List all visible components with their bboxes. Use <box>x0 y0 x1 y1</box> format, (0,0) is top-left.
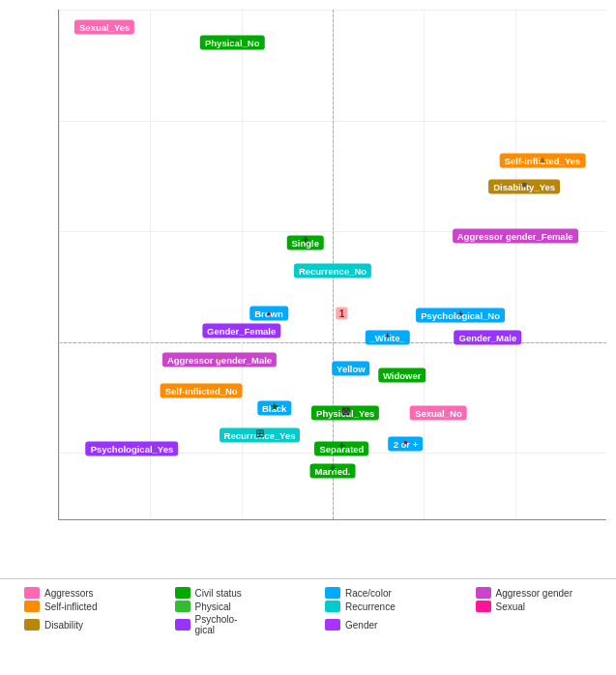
data-label-14: Widower <box>378 368 426 383</box>
marker-3: + <box>302 233 308 247</box>
legend-color-box-10 <box>325 619 340 631</box>
marker-0: □ <box>229 36 235 46</box>
marker-12: ● <box>403 437 408 446</box>
legend-label-4: Self-inflicted <box>44 602 97 612</box>
legend-label-7: Sexual <box>496 602 526 612</box>
marker-9: ⊞ <box>255 426 264 439</box>
marker-6: ● <box>218 353 222 362</box>
chart-area: -0.50.00.51.01.5-1.5-1.0-0.50.00.51.0Sex… <box>0 0 616 578</box>
legend-item-6: Recurrence <box>325 601 456 612</box>
legend-color-box-9 <box>175 619 191 631</box>
gridline-v <box>242 10 243 519</box>
legend-item-1: Civil status <box>175 587 307 599</box>
legend-item-7: Sexual <box>476 601 607 612</box>
data-label-9: Gender_Female <box>202 324 280 338</box>
data-label-0: Sexual_Yes <box>74 20 134 35</box>
marker-2: ■ <box>521 180 526 190</box>
legend-color-box-6 <box>325 601 340 612</box>
marker-5: 1 <box>337 307 348 319</box>
legend-item-4: Self-inflicted <box>24 601 156 612</box>
gridline-v <box>424 10 425 519</box>
legend-color-box-2 <box>325 587 340 599</box>
data-label-18: Sexual_No <box>410 406 467 421</box>
data-label-15: Self-inflicted_No <box>161 384 243 398</box>
data-label-6: Recurrence_No <box>294 264 371 279</box>
legend-label-8: Disability <box>44 620 83 631</box>
legend-color-box-5 <box>175 601 191 612</box>
legend-label-5: Physical <box>195 602 231 612</box>
legend-item-2: Race/color <box>325 587 456 599</box>
legend-label-1: Civil status <box>195 588 242 599</box>
marker-4: ● <box>267 308 272 317</box>
gridline-v <box>515 10 516 519</box>
legend-area: AggressorsCivil statusRace/colorAggresso… <box>0 578 616 675</box>
plot-area: -0.50.00.51.01.5-1.5-1.0-0.50.00.51.0Sex… <box>58 10 606 520</box>
legend-item-5: Physical <box>175 601 307 612</box>
legend-label-2: Race/color <box>345 588 392 599</box>
legend-label-3: Aggressor gender <box>496 588 573 599</box>
legend-color-box-0 <box>24 587 40 599</box>
data-label-11: Gender_Male <box>455 331 522 345</box>
legend-color-box-7 <box>476 601 491 612</box>
data-label-20: Psychological_Yes <box>86 441 179 455</box>
marker-8: ⊠ <box>341 404 350 417</box>
legend-label-6: Recurrence <box>345 602 396 612</box>
marker-10: + <box>338 439 345 453</box>
marker-1: ▲ <box>538 153 547 163</box>
legend-label-0: Aggressors <box>44 588 94 599</box>
main-container: -0.50.00.51.01.5-1.5-1.0-0.50.00.51.0Sex… <box>0 0 616 675</box>
legend-color-box-3 <box>476 587 491 599</box>
legend-color-box-8 <box>24 619 40 631</box>
legend-label-10: Gender <box>345 620 377 631</box>
data-label-13: Yellow <box>332 362 370 376</box>
marker-13: + <box>385 330 391 340</box>
legend-grid: AggressorsCivil statusRace/colorAggresso… <box>24 587 606 635</box>
marker-11: + <box>329 461 336 475</box>
legend-item-0: Aggressors <box>24 587 156 599</box>
legend-item-10: Gender <box>325 614 456 635</box>
legend-color-box-4 <box>24 601 40 612</box>
marker-14: + <box>457 308 463 318</box>
legend-item-9: Psycholo- gical <box>175 614 307 635</box>
legend-item-8: Disability <box>24 614 156 635</box>
legend-label-9: Psycholo- gical <box>195 614 238 635</box>
data-label-4: Aggressor gender_Female <box>453 228 578 243</box>
gridline-v <box>59 10 60 519</box>
marker-7: ★ <box>270 401 279 412</box>
legend-item-3: Aggressor gender <box>476 587 607 599</box>
legend-color-box-1 <box>175 587 191 599</box>
